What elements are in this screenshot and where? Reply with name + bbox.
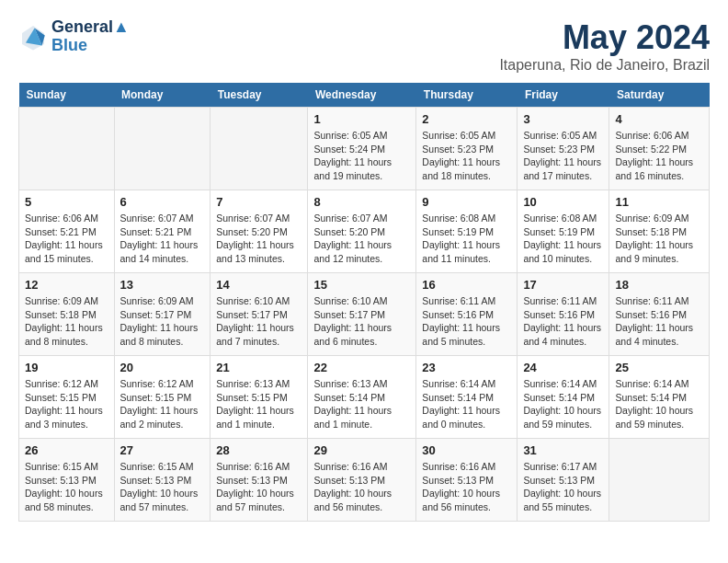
day-number: 11 [615, 195, 703, 209]
calendar-cell: 8Sunrise: 6:07 AM Sunset: 5:20 PM Daylig… [308, 190, 416, 273]
calendar-cell: 11Sunrise: 6:09 AM Sunset: 5:18 PM Dayli… [609, 190, 710, 273]
day-number: 10 [523, 195, 603, 209]
calendar-cell: 16Sunrise: 6:11 AM Sunset: 5:16 PM Dayli… [416, 273, 518, 356]
day-number: 3 [523, 112, 603, 126]
calendar-cell: 22Sunrise: 6:13 AM Sunset: 5:14 PM Dayli… [308, 356, 416, 439]
calendar-table: SundayMondayTuesdayWednesdayThursdayFrid… [18, 83, 710, 522]
calendar-cell: 31Sunrise: 6:17 AM Sunset: 5:13 PM Dayli… [518, 439, 609, 522]
day-number: 23 [422, 361, 511, 374]
day-info: Sunrise: 6:05 AM Sunset: 5:23 PM Dayligh… [523, 129, 603, 183]
calendar-week-row: 1Sunrise: 6:05 AM Sunset: 5:24 PM Daylig… [19, 108, 710, 190]
header-day: Sunday [19, 83, 115, 108]
header-day: Friday [518, 83, 609, 108]
day-info: Sunrise: 6:12 AM Sunset: 5:15 PM Dayligh… [120, 377, 205, 431]
day-info: Sunrise: 6:14 AM Sunset: 5:14 PM Dayligh… [422, 377, 511, 431]
day-number: 2 [422, 112, 511, 126]
day-info: Sunrise: 6:08 AM Sunset: 5:19 PM Dayligh… [422, 212, 511, 266]
day-info: Sunrise: 6:11 AM Sunset: 5:16 PM Dayligh… [615, 294, 703, 349]
calendar-cell [114, 108, 210, 190]
day-number: 16 [422, 278, 511, 292]
calendar-cell [210, 108, 308, 190]
calendar-cell: 20Sunrise: 6:12 AM Sunset: 5:15 PM Dayli… [114, 356, 210, 439]
day-number: 17 [523, 278, 603, 292]
day-number: 27 [120, 443, 205, 457]
header-day: Saturday [609, 83, 710, 108]
day-info: Sunrise: 6:12 AM Sunset: 5:15 PM Dayligh… [25, 377, 108, 431]
day-info: Sunrise: 6:06 AM Sunset: 5:21 PM Dayligh… [25, 212, 108, 266]
calendar-cell: 28Sunrise: 6:16 AM Sunset: 5:13 PM Dayli… [210, 439, 308, 522]
calendar-cell: 13Sunrise: 6:09 AM Sunset: 5:17 PM Dayli… [114, 273, 210, 356]
calendar-cell [19, 108, 115, 190]
day-number: 5 [25, 195, 108, 209]
calendar-cell: 10Sunrise: 6:08 AM Sunset: 5:19 PM Dayli… [518, 190, 609, 273]
day-info: Sunrise: 6:11 AM Sunset: 5:16 PM Dayligh… [523, 294, 603, 349]
day-info: Sunrise: 6:07 AM Sunset: 5:20 PM Dayligh… [216, 212, 301, 266]
logo-icon [18, 22, 48, 52]
day-info: Sunrise: 6:09 AM Sunset: 5:18 PM Dayligh… [615, 212, 703, 266]
calendar-cell: 15Sunrise: 6:10 AM Sunset: 5:17 PM Dayli… [308, 273, 416, 356]
calendar-cell: 24Sunrise: 6:14 AM Sunset: 5:14 PM Dayli… [518, 356, 609, 439]
day-number: 15 [313, 278, 410, 292]
day-number: 7 [216, 195, 301, 209]
day-number: 1 [313, 112, 410, 126]
logo-text-line1: General▲ [51, 18, 130, 37]
calendar-cell: 2Sunrise: 6:05 AM Sunset: 5:23 PM Daylig… [416, 108, 518, 190]
calendar-cell: 29Sunrise: 6:16 AM Sunset: 5:13 PM Dayli… [308, 439, 416, 522]
day-number: 21 [216, 361, 301, 374]
header-day: Wednesday [308, 83, 416, 108]
day-info: Sunrise: 6:16 AM Sunset: 5:13 PM Dayligh… [313, 460, 410, 514]
day-number: 8 [313, 195, 410, 209]
day-number: 31 [523, 443, 603, 457]
day-number: 13 [120, 278, 205, 292]
day-info: Sunrise: 6:06 AM Sunset: 5:22 PM Dayligh… [615, 129, 703, 183]
day-number: 19 [25, 361, 108, 374]
day-number: 25 [615, 361, 703, 374]
calendar-cell: 19Sunrise: 6:12 AM Sunset: 5:15 PM Dayli… [19, 356, 115, 439]
day-info: Sunrise: 6:05 AM Sunset: 5:23 PM Dayligh… [422, 129, 511, 183]
day-number: 22 [313, 361, 410, 374]
day-number: 26 [25, 443, 108, 457]
day-number: 18 [615, 278, 703, 292]
main-title: May 2024 [499, 18, 710, 57]
calendar-cell [609, 439, 710, 522]
day-info: Sunrise: 6:10 AM Sunset: 5:17 PM Dayligh… [216, 294, 301, 349]
day-info: Sunrise: 6:15 AM Sunset: 5:13 PM Dayligh… [25, 460, 108, 514]
page-header: General▲ Blue May 2024 Itaperuna, Rio de… [18, 18, 710, 74]
calendar-cell: 9Sunrise: 6:08 AM Sunset: 5:19 PM Daylig… [416, 190, 518, 273]
header-day: Thursday [416, 83, 518, 108]
day-number: 28 [216, 443, 301, 457]
day-info: Sunrise: 6:14 AM Sunset: 5:14 PM Dayligh… [523, 377, 603, 431]
day-info: Sunrise: 6:09 AM Sunset: 5:17 PM Dayligh… [120, 294, 205, 349]
subtitle: Itaperuna, Rio de Janeiro, Brazil [499, 57, 710, 74]
day-number: 4 [615, 112, 703, 126]
day-number: 14 [216, 278, 301, 292]
day-number: 9 [422, 195, 511, 209]
day-info: Sunrise: 6:14 AM Sunset: 5:14 PM Dayligh… [615, 377, 703, 431]
calendar-cell: 14Sunrise: 6:10 AM Sunset: 5:17 PM Dayli… [210, 273, 308, 356]
day-info: Sunrise: 6:15 AM Sunset: 5:13 PM Dayligh… [120, 460, 205, 514]
calendar-body: 1Sunrise: 6:05 AM Sunset: 5:24 PM Daylig… [19, 108, 710, 522]
day-info: Sunrise: 6:13 AM Sunset: 5:15 PM Dayligh… [216, 377, 301, 431]
day-info: Sunrise: 6:07 AM Sunset: 5:21 PM Dayligh… [120, 212, 205, 266]
title-area: May 2024 Itaperuna, Rio de Janeiro, Braz… [499, 18, 710, 74]
calendar-cell: 6Sunrise: 6:07 AM Sunset: 5:21 PM Daylig… [114, 190, 210, 273]
calendar-header: SundayMondayTuesdayWednesdayThursdayFrid… [19, 83, 710, 108]
day-number: 6 [120, 195, 205, 209]
calendar-cell: 7Sunrise: 6:07 AM Sunset: 5:20 PM Daylig… [210, 190, 308, 273]
day-number: 29 [313, 443, 410, 457]
calendar-week-row: 12Sunrise: 6:09 AM Sunset: 5:18 PM Dayli… [19, 273, 710, 356]
header-row: SundayMondayTuesdayWednesdayThursdayFrid… [19, 83, 710, 108]
calendar-cell: 3Sunrise: 6:05 AM Sunset: 5:23 PM Daylig… [518, 108, 609, 190]
calendar-cell: 27Sunrise: 6:15 AM Sunset: 5:13 PM Dayli… [114, 439, 210, 522]
calendar-week-row: 19Sunrise: 6:12 AM Sunset: 5:15 PM Dayli… [19, 356, 710, 439]
day-info: Sunrise: 6:17 AM Sunset: 5:13 PM Dayligh… [523, 460, 603, 514]
calendar-cell: 18Sunrise: 6:11 AM Sunset: 5:16 PM Dayli… [609, 273, 710, 356]
day-info: Sunrise: 6:10 AM Sunset: 5:17 PM Dayligh… [313, 294, 410, 349]
calendar-cell: 1Sunrise: 6:05 AM Sunset: 5:24 PM Daylig… [308, 108, 416, 190]
day-info: Sunrise: 6:09 AM Sunset: 5:18 PM Dayligh… [25, 294, 108, 349]
calendar-cell: 21Sunrise: 6:13 AM Sunset: 5:15 PM Dayli… [210, 356, 308, 439]
calendar-week-row: 26Sunrise: 6:15 AM Sunset: 5:13 PM Dayli… [19, 439, 710, 522]
day-info: Sunrise: 6:13 AM Sunset: 5:14 PM Dayligh… [313, 377, 410, 431]
calendar-cell: 5Sunrise: 6:06 AM Sunset: 5:21 PM Daylig… [19, 190, 115, 273]
day-info: Sunrise: 6:11 AM Sunset: 5:16 PM Dayligh… [422, 294, 511, 349]
